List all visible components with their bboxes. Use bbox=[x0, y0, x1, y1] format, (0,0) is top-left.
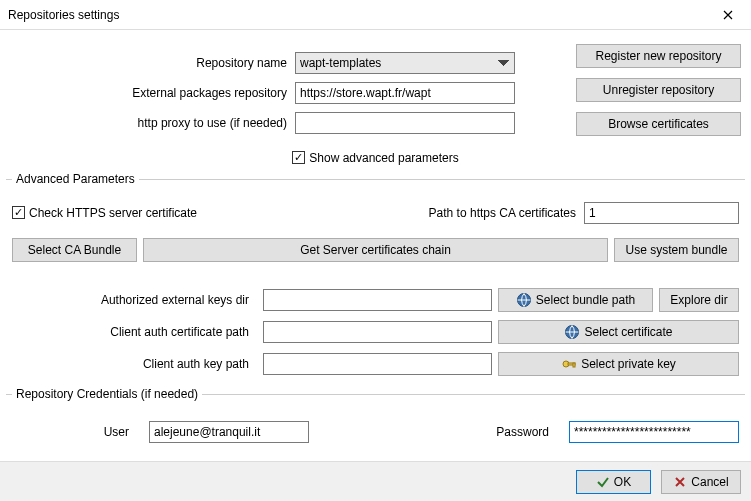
client-cert-path-label: Client auth certificate path bbox=[12, 325, 257, 339]
advanced-params-group: Advanced Parameters ✓ Check HTTPS server… bbox=[6, 179, 745, 376]
auth-keys-dir-label: Authorized external keys dir bbox=[12, 293, 257, 307]
client-key-path-label: Client auth key path bbox=[12, 357, 257, 371]
advanced-params-title: Advanced Parameters bbox=[12, 172, 139, 186]
x-icon bbox=[673, 475, 687, 489]
window-title: Repositories settings bbox=[8, 8, 119, 22]
select-ca-bundle-button[interactable]: Select CA Bundle bbox=[12, 238, 137, 262]
main-settings: Repository name wapt-templates External … bbox=[0, 30, 751, 169]
register-repo-button[interactable]: Register new repository bbox=[576, 44, 741, 68]
show-advanced-label: Show advanced parameters bbox=[309, 151, 458, 165]
globe-icon bbox=[516, 292, 532, 308]
check-https-label: Check HTTPS server certificate bbox=[29, 206, 197, 220]
check-icon: ✓ bbox=[12, 206, 25, 219]
titlebar: Repositories settings bbox=[0, 0, 751, 30]
cancel-button[interactable]: Cancel bbox=[661, 470, 741, 494]
globe-icon bbox=[564, 324, 580, 340]
close-icon bbox=[723, 10, 733, 20]
unregister-repo-button[interactable]: Unregister repository bbox=[576, 78, 741, 102]
ca-path-label: Path to https CA certificates bbox=[429, 206, 576, 220]
check-https-checkbox[interactable]: ✓ Check HTTPS server certificate bbox=[12, 206, 197, 220]
ok-button[interactable]: OK bbox=[576, 470, 651, 494]
repo-name-label: Repository name bbox=[10, 56, 295, 70]
http-proxy-input[interactable] bbox=[295, 112, 515, 134]
password-input[interactable] bbox=[569, 421, 739, 443]
password-label: Password bbox=[496, 425, 557, 439]
client-key-path-input[interactable] bbox=[263, 353, 492, 375]
repo-name-combo[interactable]: wapt-templates bbox=[295, 52, 515, 74]
show-advanced-checkbox[interactable]: ✓ Show advanced parameters bbox=[292, 151, 458, 165]
ca-path-input[interactable] bbox=[584, 202, 739, 224]
client-cert-path-input[interactable] bbox=[263, 321, 492, 343]
ext-repo-label: External packages repository bbox=[10, 86, 295, 100]
select-private-key-button[interactable]: Select private key bbox=[498, 352, 739, 376]
browse-certs-button[interactable]: Browse certificates bbox=[576, 112, 741, 136]
repo-credentials-title: Repository Credentials (if needed) bbox=[12, 387, 202, 401]
key-icon bbox=[561, 356, 577, 372]
repo-credentials-group: Repository Credentials (if needed) User … bbox=[6, 394, 745, 443]
dialog-footer: OK Cancel bbox=[0, 461, 751, 501]
select-bundle-path-button[interactable]: Select bundle path bbox=[498, 288, 653, 312]
user-label: User bbox=[12, 425, 137, 439]
auth-keys-dir-input[interactable] bbox=[263, 289, 492, 311]
get-server-chain-button[interactable]: Get Server certificates chain bbox=[143, 238, 608, 262]
explore-dir-button[interactable]: Explore dir bbox=[659, 288, 739, 312]
use-system-bundle-button[interactable]: Use system bundle bbox=[614, 238, 739, 262]
svg-rect-4 bbox=[573, 363, 575, 367]
select-certificate-button[interactable]: Select certificate bbox=[498, 320, 739, 344]
check-icon bbox=[596, 475, 610, 489]
check-icon: ✓ bbox=[292, 151, 305, 164]
ext-repo-input[interactable] bbox=[295, 82, 515, 104]
close-button[interactable] bbox=[705, 0, 751, 30]
user-input[interactable] bbox=[149, 421, 309, 443]
http-proxy-label: http proxy to use (if needed) bbox=[10, 116, 295, 130]
